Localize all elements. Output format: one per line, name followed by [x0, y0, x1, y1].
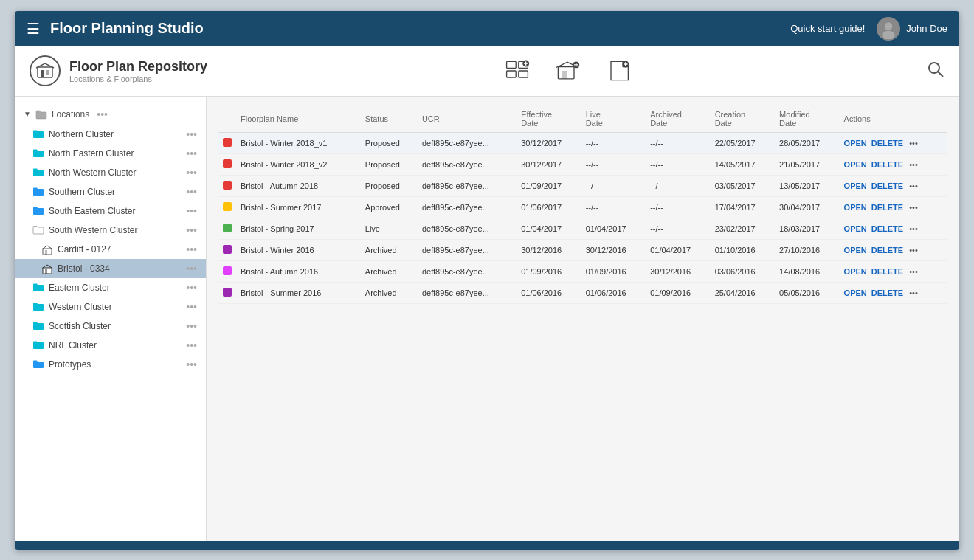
- sidebar-item-nrl[interactable]: NRL Cluster •••: [15, 336, 206, 355]
- item-dots[interactable]: •••: [186, 205, 197, 217]
- page-title: Floor Plan Repository: [69, 59, 207, 75]
- delete-button[interactable]: DELETE: [871, 160, 903, 169]
- open-button[interactable]: OPEN: [844, 288, 867, 297]
- item-dots[interactable]: •••: [186, 148, 197, 159]
- col-archived: ArchivedDate: [646, 104, 710, 133]
- floorplan-name: Bristol - Spring 2017: [236, 218, 361, 239]
- svg-rect-3: [41, 70, 44, 77]
- col-created: CreationDate: [711, 104, 775, 133]
- add-layout-button[interactable]: [504, 58, 531, 84]
- add-store-button[interactable]: [554, 58, 581, 84]
- hamburger-button[interactable]: ☰: [27, 20, 40, 38]
- more-actions-button[interactable]: •••: [909, 139, 918, 148]
- delete-button[interactable]: DELETE: [871, 203, 903, 212]
- open-button[interactable]: OPEN: [844, 160, 867, 169]
- status-color-cell: [218, 196, 236, 218]
- delete-button[interactable]: DELETE: [871, 182, 903, 190]
- app-title: Floor Planning Studio: [50, 20, 790, 37]
- item-dots[interactable]: •••: [186, 359, 197, 370]
- floorplan-name: Bristol - Winter 2018_v1: [236, 132, 361, 153]
- col-color: [218, 104, 236, 133]
- status-dot: [223, 288, 232, 297]
- item-dots[interactable]: •••: [186, 186, 197, 198]
- floorplan-status: Live: [361, 218, 418, 239]
- svg-rect-2: [38, 67, 52, 77]
- delete-button[interactable]: DELETE: [871, 246, 903, 255]
- delete-button[interactable]: DELETE: [871, 267, 903, 276]
- sidebar-item-bristol[interactable]: Bristol - 0334 •••: [15, 259, 206, 278]
- open-button[interactable]: OPEN: [844, 139, 867, 148]
- sidebar-item-prototypes[interactable]: Prototypes •••: [15, 355, 206, 374]
- open-button[interactable]: OPEN: [844, 182, 867, 190]
- creation-date: 14/05/2017: [711, 153, 775, 175]
- sidebar-item-western[interactable]: Western Cluster •••: [15, 297, 206, 317]
- delete-button[interactable]: DELETE: [871, 139, 903, 148]
- more-actions-button[interactable]: •••: [909, 246, 918, 255]
- svg-point-20: [929, 63, 939, 73]
- bottom-bar: [15, 541, 959, 550]
- sidebar-item-southern[interactable]: Southern Cluster •••: [15, 182, 206, 201]
- modified-date: 14/08/2016: [775, 260, 839, 282]
- open-button[interactable]: OPEN: [844, 246, 867, 255]
- floorplan-status: Archived: [361, 260, 418, 282]
- item-dots[interactable]: •••: [186, 339, 197, 351]
- table-row: Bristol - Winter 2016 Archived deff895c-…: [218, 239, 947, 260]
- creation-date: 22/05/2017: [711, 132, 775, 153]
- item-dots[interactable]: •••: [186, 320, 197, 332]
- sidebar-item-north-eastern[interactable]: North Eastern Cluster •••: [15, 144, 206, 163]
- status-color-cell: [218, 132, 236, 153]
- page-header: Floor Plan Repository Locations & Floorp…: [15, 46, 959, 97]
- locations-dots[interactable]: •••: [97, 108, 108, 120]
- more-actions-button[interactable]: •••: [909, 267, 918, 276]
- item-dots[interactable]: •••: [186, 167, 197, 179]
- more-actions-button[interactable]: •••: [909, 224, 918, 233]
- sidebar-item-north-western[interactable]: North Western Cluster •••: [15, 163, 206, 182]
- sidebar-item-scottish[interactable]: Scottish Cluster •••: [15, 317, 206, 336]
- search-button[interactable]: [927, 61, 944, 81]
- sidebar-item-cardiff[interactable]: Cardiff - 0127 •••: [15, 240, 206, 259]
- more-actions-button[interactable]: •••: [909, 203, 918, 212]
- floorplan-ucr: deff895c-e87yee...: [418, 153, 517, 175]
- effective-date: 30/12/2017: [517, 132, 581, 153]
- top-nav: ☰ Floor Planning Studio Quick start guid…: [15, 11, 959, 46]
- item-dots[interactable]: •••: [186, 263, 197, 274]
- live-date: 01/06/2016: [581, 282, 646, 303]
- sidebar-item-south-western[interactable]: South Western Cluster •••: [15, 221, 206, 240]
- user-area[interactable]: John Doe: [877, 17, 947, 41]
- add-floorplan-button[interactable]: [604, 58, 631, 84]
- item-dots[interactable]: •••: [186, 128, 197, 140]
- open-button[interactable]: OPEN: [844, 224, 867, 233]
- sidebar-item-eastern[interactable]: Eastern Cluster •••: [15, 278, 206, 297]
- table-row: Bristol - Spring 2017 Live deff895c-e87y…: [218, 218, 947, 239]
- sidebar-item-label: Bristol - 0334: [58, 263, 182, 274]
- page-header-left: Floor Plan Repository Locations & Floorp…: [30, 55, 207, 86]
- item-dots[interactable]: •••: [186, 243, 197, 255]
- actions-cell: OPEN DELETE •••: [840, 239, 947, 260]
- status-dot: [223, 224, 232, 232]
- folder-icon-cyan: [32, 148, 44, 158]
- open-button[interactable]: OPEN: [844, 267, 867, 276]
- quick-start-link[interactable]: Quick start guide!: [790, 23, 865, 34]
- item-dots[interactable]: •••: [186, 224, 197, 236]
- page-header-actions: [207, 58, 927, 84]
- delete-button[interactable]: DELETE: [871, 288, 903, 297]
- svg-point-0: [885, 22, 893, 30]
- sidebar-locations-label: Locations: [52, 109, 89, 120]
- sidebar-item-northern[interactable]: Northern Cluster •••: [15, 125, 206, 144]
- floorplan-name: Bristol - Autumn 2018: [236, 175, 361, 196]
- item-dots[interactable]: •••: [186, 282, 197, 294]
- col-modified: ModifiedDate: [775, 104, 839, 133]
- item-dots[interactable]: •••: [186, 301, 197, 313]
- status-dot: [223, 266, 232, 275]
- sidebar-item-south-eastern[interactable]: South Eastern Cluster •••: [15, 201, 206, 221]
- folder-icon-blue: [32, 187, 44, 196]
- creation-date: 03/05/2017: [711, 175, 775, 196]
- more-actions-button[interactable]: •••: [909, 182, 918, 190]
- open-button[interactable]: OPEN: [844, 203, 867, 212]
- delete-button[interactable]: DELETE: [871, 224, 903, 233]
- more-actions-button[interactable]: •••: [909, 288, 918, 297]
- sidebar-locations-header[interactable]: ▼ Locations •••: [15, 104, 206, 125]
- creation-date: 01/10/2016: [711, 239, 775, 260]
- more-actions-button[interactable]: •••: [909, 160, 918, 169]
- status-dot: [223, 245, 232, 254]
